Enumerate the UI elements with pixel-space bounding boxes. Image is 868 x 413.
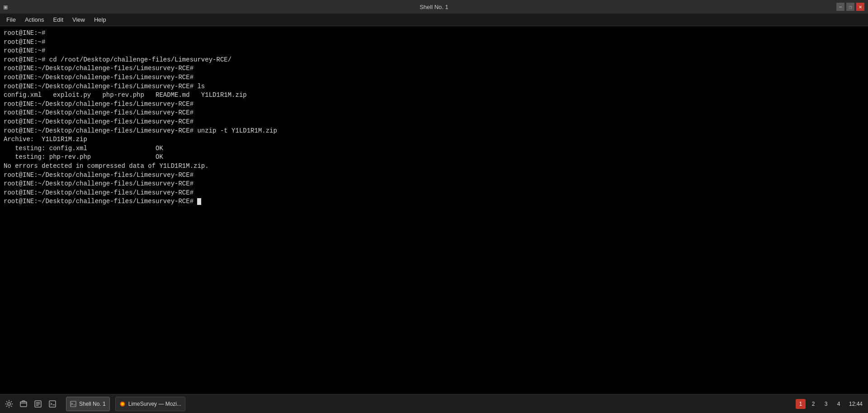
titlebar: ▣ Shell No. 1 ─ ❐ ✕	[0, 0, 868, 14]
taskbar-firefox-label: LimeSurvey — Mozi...	[128, 401, 181, 407]
terminal-line: root@INE:~#	[4, 47, 864, 56]
taskbar-left: Shell No. 1 LimeSurvey — Mozi...	[3, 397, 185, 411]
workspace-1-button[interactable]: 1	[796, 399, 806, 409]
workspace-3-button[interactable]: 3	[821, 399, 831, 409]
titlebar-left: ▣	[4, 3, 7, 10]
close-button[interactable]: ✕	[856, 3, 864, 11]
terminal-line: root@INE:~/Desktop/challenge-files/Limes…	[4, 73, 864, 82]
window-title: Shell No. 1	[420, 4, 448, 10]
terminal-line: root@INE:~/Desktop/challenge-files/Limes…	[4, 100, 864, 109]
terminal-output[interactable]: root@INE:~# root@INE:~# root@INE:~# root…	[0, 26, 868, 394]
taskbar-settings-icon[interactable]	[3, 398, 15, 410]
terminal-line: root@INE:~/Desktop/challenge-files/Limes…	[4, 127, 864, 136]
taskbar-right: 1 2 3 4 12:44	[796, 399, 865, 409]
window-controls: ─ ❐ ✕	[836, 3, 864, 11]
svg-point-6	[121, 403, 124, 405]
menu-help[interactable]: Help	[90, 14, 111, 25]
menu-file[interactable]: File	[2, 14, 20, 25]
terminal-line: root@INE:~/Desktop/challenge-files/Limes…	[4, 109, 864, 118]
terminal-prompt-active[interactable]: root@INE:~/Desktop/challenge-files/Limes…	[4, 197, 864, 206]
terminal-line: root@INE:~/Desktop/challenge-files/Limes…	[4, 180, 864, 189]
workspace-2-button[interactable]: 2	[808, 399, 818, 409]
terminal-line: No errors detected in compressed data of…	[4, 162, 864, 171]
terminal-line: root@INE:~#	[4, 29, 864, 38]
taskbar-editor-icon[interactable]	[32, 398, 44, 410]
terminal-line: root@INE:~/Desktop/challenge-files/Limes…	[4, 118, 864, 127]
terminal-line: testing: config.xml OK	[4, 144, 864, 153]
terminal-line: root@INE:~#	[4, 38, 864, 47]
terminal-icon: ▣	[4, 3, 7, 10]
minimize-button[interactable]: ─	[836, 3, 844, 11]
terminal-line: root@INE:~/Desktop/challenge-files/Limes…	[4, 189, 864, 198]
restore-button[interactable]: ❐	[846, 3, 854, 11]
taskbar: Shell No. 1 LimeSurvey — Mozi... 1 2 3 4…	[0, 394, 868, 413]
terminal-line: testing: php-rev.php OK	[4, 153, 864, 162]
svg-rect-1	[20, 402, 27, 407]
svg-rect-4	[71, 401, 76, 407]
terminal-line: root@INE:~/Desktop/challenge-files/Limes…	[4, 64, 864, 73]
taskbar-shell-label: Shell No. 1	[79, 401, 106, 407]
terminal-line: root@INE:~/Desktop/challenge-files/Limes…	[4, 171, 864, 180]
svg-point-0	[8, 403, 10, 405]
menu-actions[interactable]: Actions	[20, 14, 49, 25]
cursor-blink	[197, 198, 201, 205]
terminal-line: root@INE:~/Desktop/challenge-files/Limes…	[4, 82, 864, 91]
menu-view[interactable]: View	[68, 14, 90, 25]
workspace-4-button[interactable]: 4	[834, 399, 844, 409]
taskbar-terminal-icon[interactable]	[46, 398, 59, 410]
terminal-line: config.xml exploit.py php-rev.php README…	[4, 91, 864, 100]
terminal-line: root@INE:~# cd /root/Desktop/challenge-f…	[4, 56, 864, 65]
taskbar-files-icon[interactable]	[17, 398, 30, 410]
menu-edit[interactable]: Edit	[49, 14, 68, 25]
menubar: File Actions Edit View Help	[0, 14, 868, 26]
taskbar-app-firefox[interactable]: LimeSurvey — Mozi...	[115, 397, 185, 411]
clock-display: 12:44	[846, 401, 865, 407]
svg-rect-3	[49, 401, 56, 407]
taskbar-app-shell[interactable]: Shell No. 1	[66, 397, 110, 411]
terminal-line: Archive: Y1LD1R1M.zip	[4, 135, 864, 144]
